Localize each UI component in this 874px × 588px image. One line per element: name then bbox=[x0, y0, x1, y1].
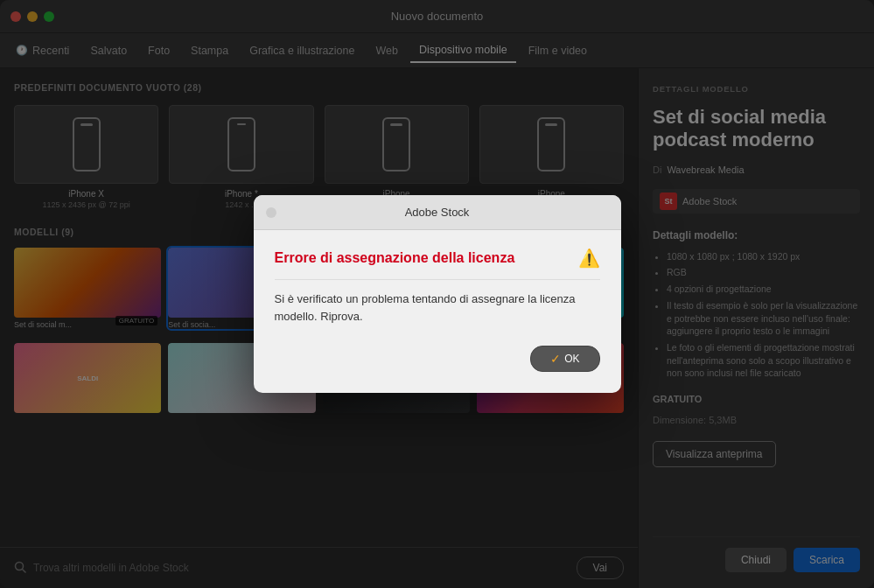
modal-message: Si è verificato un problema tentando di … bbox=[275, 290, 600, 325]
modal-overlay: Adobe Stock Errore di assegnazione della… bbox=[0, 0, 874, 588]
modal-ok-button[interactable]: ✓ OK bbox=[530, 346, 599, 372]
modal-titlebar: Adobe Stock bbox=[254, 195, 621, 230]
modal-dot bbox=[266, 207, 276, 218]
checkmark-icon: ✓ bbox=[550, 352, 561, 366]
warning-icon: ⚠️ bbox=[578, 248, 600, 269]
modal-error-title: Errore di assegnazione della licenza bbox=[275, 250, 515, 266]
modal-error-header: Errore di assegnazione della licenza ⚠️ bbox=[275, 248, 600, 280]
modal-ok-area: ✓ OK bbox=[275, 346, 600, 372]
adobe-stock-modal: Adobe Stock Errore di assegnazione della… bbox=[254, 195, 621, 393]
modal-body: Errore di assegnazione della licenza ⚠️ … bbox=[254, 230, 621, 393]
modal-title: Adobe Stock bbox=[405, 206, 470, 219]
modal-ok-label: OK bbox=[564, 353, 579, 365]
